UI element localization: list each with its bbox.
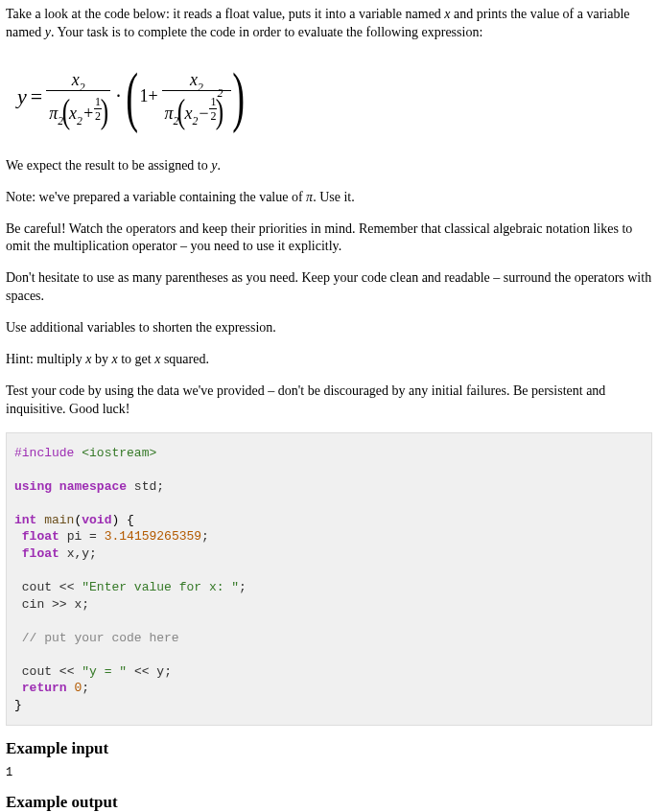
tok-using: using [14,479,52,494]
tok-semi-6: ; [164,664,172,679]
example-input-value: 1 [6,766,652,779]
tok-ltlt-3: << [134,664,150,679]
example-output-heading: Example output [6,793,652,812]
tok-iostream: <iostream> [82,446,156,460]
tok-cout-1: cout [22,580,52,594]
tok-prompt: "Enter value for x: " [82,580,239,594]
tok-cout-2: cout [22,664,52,679]
tok-pival: 3.14159265359 [105,529,201,544]
expect-end: . [217,158,221,173]
tok-ystr: "y = " [82,664,127,679]
hint-paragraph: Hint: multiply x by x to get x squared. [6,351,652,369]
tok-semi-3: ; [89,546,97,561]
tok-cin: cin [22,597,44,612]
tok-semi-1: ; [156,479,164,494]
note-text: Note: we've prepared a variable containi… [6,190,306,204]
tok-gtgt: >> [52,597,67,612]
note-end: . Use it. [313,190,355,204]
intro-text-3: . Your task is to complete the code in o… [51,25,482,39]
tok-void: void [82,513,111,527]
tok-pi: pi [67,529,82,544]
tok-ltlt-2: << [59,664,75,679]
hint-d: squared. [160,352,209,366]
example-input-heading: Example input [6,739,652,758]
intro-paragraph: Take a look at the code below: it reads … [6,6,652,42]
note-paragraph: Note: we've prepared a variable containi… [6,189,652,207]
tok-comment: // put your code here [22,631,179,645]
tok-float-2: float [22,546,59,561]
test-paragraph: Test your code by using the data we've p… [6,383,652,419]
careful-paragraph: Be careful! Watch the operators and keep… [6,220,652,257]
tok-include: #include [14,446,74,460]
tok-eq: = [89,529,97,544]
tok-semi-2: ; [201,529,209,544]
code-block: #include <iostream> using namespace std;… [6,432,652,727]
hint-b: by [91,352,111,366]
tok-semi-7: ; [82,681,89,695]
intro-text-1: Take a look at the code below: it reads … [6,7,444,21]
tok-return: return [22,681,67,695]
tok-namespace: namespace [59,479,127,494]
tok-main: main [44,513,74,527]
hint-a: Hint: multiply [6,352,85,366]
hint-c: to get [118,352,155,366]
expect-paragraph: We expect the result to be assigned to y… [6,157,652,175]
formula: y= x2 π2(x2+12) · ( 1+ x2 π2(x2−12)2 ) [17,63,652,130]
additional-paragraph: Use additional variables to shorten the … [6,319,652,337]
tok-semi-4: ; [239,580,247,594]
parens-paragraph: Don't hesitate to use as many parenthese… [6,269,652,306]
tok-float-1: float [22,529,59,544]
tok-ltlt-1: << [59,580,75,594]
tok-std: std [134,479,156,494]
expect-text: We expect the result to be assigned to [6,158,211,173]
tok-semi-5: ; [82,597,89,612]
tok-xy: x,y [67,546,89,561]
tok-y: y [156,664,164,679]
tok-int: int [14,513,36,527]
